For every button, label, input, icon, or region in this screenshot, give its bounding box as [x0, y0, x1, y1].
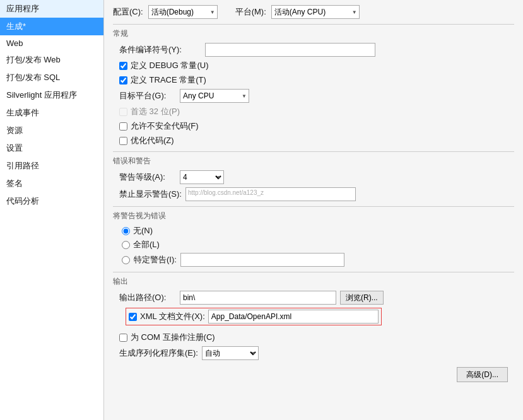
- define-debug-checkbox[interactable]: [119, 62, 127, 70]
- target-platform-row: 目标平台(G): Any CPU: [119, 89, 514, 103]
- sidebar-item-web[interactable]: Web: [0, 35, 103, 51]
- optimize-label: 优化代码(Z): [131, 135, 174, 146]
- treat-none-row: 无(N): [122, 225, 514, 236]
- sidebar-item-build[interactable]: 生成*: [0, 18, 103, 35]
- treat-section-title: 将警告视为错误: [113, 211, 514, 221]
- divider-output: [113, 272, 514, 272]
- sidebar-item-resources[interactable]: 资源: [0, 122, 103, 139]
- serial-dropdown[interactable]: 自动: [202, 346, 259, 360]
- prefer32-label: 首选 32 位(P): [131, 106, 180, 117]
- config-dropdown-wrapper: 活动(Debug): [148, 5, 218, 19]
- sidebar-item-code-analysis[interactable]: 代码分析: [0, 192, 103, 210]
- platform-dropdown[interactable]: 活动(Any CPU): [271, 5, 360, 19]
- optimize-checkbox[interactable]: [119, 137, 127, 145]
- sidebar-item-settings[interactable]: 设置: [0, 139, 103, 157]
- output-path-input[interactable]: [180, 291, 336, 305]
- sidebar-item-publish-sql[interactable]: 打包/发布 SQL: [0, 69, 103, 86]
- xml-row-outer: XML 文档文件(X):: [119, 308, 514, 329]
- advanced-button[interactable]: 高级(D)...: [457, 367, 508, 382]
- define-trace-row: 定义 TRACE 常量(T): [119, 74, 514, 86]
- treat-none-radio[interactable]: [122, 227, 130, 235]
- divider-general: [113, 24, 514, 25]
- output-path-row: 输出路径(O): 浏览(R)...: [119, 291, 514, 305]
- sidebar-item-app[interactable]: 应用程序: [0, 0, 103, 18]
- warning-level-dropdown-wrapper: 4: [180, 170, 224, 184]
- allow-unsafe-checkbox[interactable]: [119, 122, 127, 131]
- xml-input[interactable]: [208, 310, 379, 324]
- treat-specific-input[interactable]: [180, 253, 344, 267]
- com-checkbox[interactable]: [119, 334, 127, 342]
- platform-dropdown-wrapper: 活动(Any CPU): [271, 5, 360, 19]
- config-platform-row: 配置(C): 活动(Debug) 平台(M): 活动(Any CPU): [113, 5, 514, 19]
- target-platform-label: 目标平台(G):: [119, 90, 176, 102]
- serial-dropdown-wrapper: 自动: [202, 346, 259, 360]
- optimize-row: 优化代码(Z): [119, 135, 514, 146]
- prefer32-row: 首选 32 位(P): [119, 106, 514, 117]
- sidebar: 应用程序 生成* Web 打包/发布 Web 打包/发布 SQL Silverl…: [0, 0, 104, 420]
- config-label: 配置(C):: [113, 6, 143, 18]
- suppress-row: 禁止显示警告(S): http://blog.csdn.net/a123_z: [119, 187, 514, 201]
- serial-row: 生成序列化程序集(E): 自动: [119, 346, 514, 360]
- divider-errors: [113, 151, 514, 152]
- allow-unsafe-label: 允许不安全代码(F): [131, 120, 199, 132]
- output-path-label: 输出路径(O):: [119, 292, 176, 303]
- sidebar-item-signing[interactable]: 签名: [0, 175, 103, 192]
- xml-checkbox[interactable]: [129, 313, 137, 321]
- warning-level-dropdown[interactable]: 4: [180, 170, 224, 184]
- suppress-label: 禁止显示警告(S):: [119, 189, 182, 200]
- platform-label: 平台(M):: [235, 6, 266, 18]
- errors-section-title: 错误和警告: [113, 156, 514, 166]
- com-row: 为 COM 互操作注册(C): [119, 332, 514, 343]
- treat-specific-radio[interactable]: [122, 256, 130, 264]
- conditional-symbols-label: 条件编译符号(Y):: [119, 44, 201, 55]
- define-trace-label: 定义 TRACE 常量(T): [131, 74, 206, 86]
- define-debug-label: 定义 DEBUG 常量(U): [131, 60, 209, 71]
- treat-specific-label: 特定警告(I):: [134, 254, 177, 265]
- target-platform-dropdown[interactable]: Any CPU: [180, 89, 249, 103]
- com-label: 为 COM 互操作注册(C): [131, 332, 215, 343]
- treat-specific-row: 特定警告(I):: [122, 253, 514, 267]
- browse-button[interactable]: 浏览(R)...: [340, 291, 384, 305]
- sidebar-item-silverlight[interactable]: Silverlight 应用程序: [0, 86, 103, 104]
- main-content: 配置(C): 活动(Debug) 平台(M): 活动(Any CPU) 常规 条…: [104, 0, 523, 420]
- sidebar-item-build-events[interactable]: 生成事件: [0, 104, 103, 122]
- treat-all-row: 全部(L): [122, 239, 514, 250]
- warning-level-row: 警告等级(A): 4: [119, 170, 514, 184]
- conditional-symbols-input[interactable]: [205, 43, 375, 57]
- divider-treat: [113, 206, 514, 207]
- treat-all-radio[interactable]: [122, 241, 130, 249]
- output-section-title: 输出: [113, 276, 514, 287]
- xml-row-container: XML 文档文件(X):: [126, 308, 382, 325]
- treat-none-label: 无(N): [133, 225, 153, 236]
- general-section-title: 常规: [113, 28, 514, 39]
- define-trace-checkbox[interactable]: [119, 76, 127, 85]
- allow-unsafe-row: 允许不安全代码(F): [119, 120, 514, 132]
- warning-level-label: 警告等级(A):: [119, 172, 176, 183]
- conditional-symbols-row: 条件编译符号(Y):: [119, 43, 514, 57]
- suppress-input[interactable]: [185, 187, 356, 201]
- define-debug-row: 定义 DEBUG 常量(U): [119, 60, 514, 71]
- xml-label: XML 文档文件(X):: [140, 311, 205, 322]
- bottom-bar: 高级(D)...: [113, 363, 514, 386]
- sidebar-item-reference-paths[interactable]: 引用路径: [0, 157, 103, 175]
- sidebar-item-publish-web[interactable]: 打包/发布 Web: [0, 51, 103, 69]
- serial-label: 生成序列化程序集(E):: [119, 347, 198, 359]
- prefer32-checkbox: [119, 108, 127, 116]
- treat-all-label: 全部(L): [133, 239, 160, 250]
- config-dropdown[interactable]: 活动(Debug): [148, 5, 218, 19]
- target-platform-dropdown-wrapper: Any CPU: [180, 89, 249, 103]
